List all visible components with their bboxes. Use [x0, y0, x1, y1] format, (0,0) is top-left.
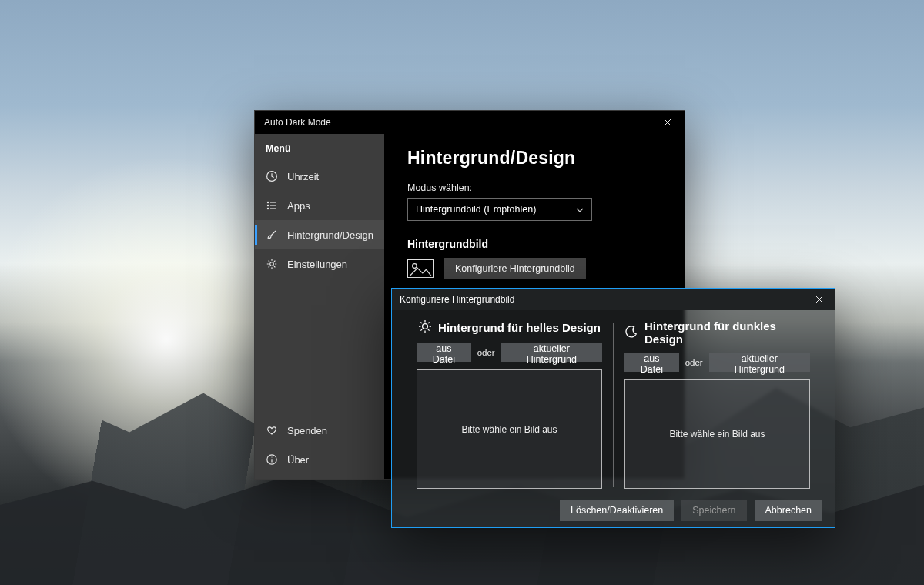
page-title: Hintergrund/Design — [407, 148, 666, 169]
clock-icon — [266, 170, 278, 182]
gear-icon — [266, 258, 278, 270]
dialog-actions: Löschen/Deaktivieren Speichern Abbrechen — [392, 493, 835, 527]
sidebar-bottom: Spenden Über — [255, 416, 384, 474]
sidebar-item-label: Hintergrund/Design — [287, 229, 373, 241]
light-dropzone[interactable]: Bitte wähle ein Bild aus — [417, 369, 602, 489]
svg-point-7 — [413, 264, 417, 269]
dialog-title: Konfiguriere Hintergrundbild — [400, 294, 514, 305]
close-icon[interactable] — [804, 289, 835, 310]
light-current-background-button[interactable]: aktueller Hintergrund — [501, 343, 602, 362]
dark-dropzone[interactable]: Bitte wähle ein Bild aus — [624, 379, 810, 489]
sidebar-item-time[interactable]: Uhrzeit — [255, 162, 384, 191]
mode-select[interactable]: Hintergrundbild (Empfohlen) — [407, 198, 592, 221]
light-from-file-button[interactable]: aus Datei — [417, 343, 471, 362]
sidebar-item-settings[interactable]: Einstellungen — [255, 249, 384, 279]
sidebar-item-label: Apps — [287, 200, 310, 212]
list-icon — [266, 199, 278, 212]
dark-from-file-button[interactable]: aus Datei — [624, 353, 679, 372]
configure-background-button[interactable]: Konfiguriere Hintergrundbild — [444, 258, 586, 279]
dark-current-background-button[interactable]: aktueller Hintergrund — [709, 353, 810, 372]
dark-or-text: oder — [685, 358, 703, 367]
sidebar-item-donate[interactable]: Spenden — [255, 416, 384, 445]
svg-point-1 — [267, 202, 268, 202]
sidebar-heading: Menü — [255, 140, 384, 162]
info-icon — [266, 453, 278, 466]
sidebar-item-label: Spenden — [287, 425, 327, 436]
sidebar-item-label: Einstellungen — [287, 259, 347, 270]
light-or-text: oder — [477, 348, 495, 357]
svg-point-8 — [423, 324, 428, 329]
svg-point-2 — [267, 205, 268, 206]
dark-background-column: Hintergrund für dunkles Design aus Datei… — [614, 319, 821, 493]
save-button: Speichern — [681, 500, 746, 521]
moon-icon — [624, 325, 638, 341]
section-heading-background: Hintergrundbild — [407, 238, 666, 250]
sidebar-item-apps[interactable]: Apps — [255, 191, 384, 220]
sidebar-item-label: Über — [287, 454, 309, 466]
cancel-button[interactable]: Abbrechen — [755, 500, 822, 521]
configure-background-dialog: Konfiguriere Hintergrundbild Hintergrund… — [391, 288, 835, 528]
sidebar: Menü Uhrzeit App — [255, 134, 384, 479]
sidebar-item-background[interactable]: Hintergrund/Design — [255, 220, 384, 249]
dark-dropzone-placeholder: Bitte wähle ein Bild aus — [669, 429, 765, 440]
dialog-body: Hintergrund für helles Design aus Datei … — [392, 310, 835, 493]
sidebar-item-label: Uhrzeit — [287, 171, 319, 182]
svg-point-4 — [270, 262, 274, 266]
light-heading: Hintergrund für helles Design — [438, 321, 601, 334]
close-icon[interactable] — [651, 111, 685, 134]
light-dropzone-placeholder: Bitte wähle ein Bild aus — [461, 424, 557, 435]
sun-icon — [418, 319, 432, 336]
light-background-column: Hintergrund für helles Design aus Datei … — [406, 319, 613, 493]
dialog-titlebar[interactable]: Konfiguriere Hintergrundbild — [392, 289, 835, 310]
delete-deactivate-button[interactable]: Löschen/Deaktivieren — [560, 500, 674, 521]
heart-icon — [266, 424, 278, 436]
mode-label: Modus wählen: — [407, 182, 666, 193]
main-titlebar[interactable]: Auto Dark Mode — [255, 111, 685, 134]
brush-icon — [266, 229, 278, 241]
picture-icon — [407, 259, 434, 278]
sidebar-nav: Uhrzeit Apps — [255, 162, 384, 416]
mode-select-value: Hintergrundbild (Empfohlen) — [416, 204, 536, 215]
main-window-title: Auto Dark Mode — [264, 117, 331, 128]
chevron-down-icon — [576, 205, 584, 214]
dark-heading: Hintergrund für dunkles Design — [644, 319, 810, 346]
svg-point-3 — [267, 208, 268, 209]
sidebar-item-about[interactable]: Über — [255, 445, 384, 474]
svg-point-6 — [271, 456, 272, 457]
